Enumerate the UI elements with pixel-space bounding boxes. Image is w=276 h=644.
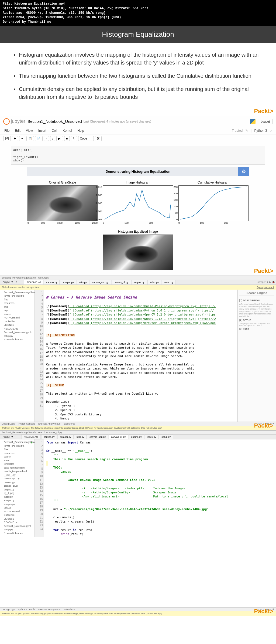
edit-icon[interactable]: ✎ [245, 129, 248, 133]
tree-item[interactable]: scraper.py [1, 503, 33, 506]
bullet-3: Cumulative density can be applied to any… [19, 85, 263, 101]
tab-utils[interactable]: utils.py [77, 280, 89, 284]
tree-item[interactable]: scrape.py [1, 499, 33, 503]
python-editor[interactable]: 123456789101112131415161718192021222324 … [35, 439, 276, 537]
tab-canvas[interactable]: canvas.py [44, 280, 60, 284]
tab-canvas-cli[interactable]: canvas_cli.py [109, 435, 128, 439]
notebook-name[interactable]: Section1_Notebook_Unsolved [27, 119, 82, 124]
python-console-tab[interactable]: Python Console [18, 422, 35, 425]
tree-item[interactable]: utils.py [1, 506, 33, 510]
grayscale-image [27, 185, 98, 221]
tab-canvas[interactable]: canvas.py [41, 435, 57, 439]
tree-item[interactable]: resources [1, 452, 33, 455]
menu-help[interactable]: Help [77, 129, 84, 133]
tree-item[interactable]: LICENSE [1, 517, 33, 521]
menu-cell[interactable]: Cell [52, 129, 57, 133]
code-cell[interactable]: axis('off') tight_layout() show() [11, 146, 265, 165]
tab-index[interactable]: index.py [147, 280, 161, 284]
run-button[interactable]: ▶| [56, 136, 63, 141]
tree-item[interactable]: canvas.py [1, 481, 33, 484]
menu-kernel[interactable]: Kernel [63, 129, 72, 133]
menu-bar: File Edit View Insert Cell Kernel Help T… [0, 127, 276, 134]
tree-item[interactable]: index.py [1, 495, 33, 499]
tree-item[interactable]: resources [1, 301, 33, 305]
save-button[interactable]: 💾 [3, 136, 11, 141]
slide-title: Histogram Equalization [0, 26, 276, 43]
tree-item[interactable]: engine.py [1, 488, 33, 492]
tree-item[interactable]: README.md [1, 327, 33, 331]
tab-canvas-cli[interactable]: canvas_cli.py [112, 280, 131, 284]
tab-index[interactable]: index.py [145, 435, 159, 439]
tree-item[interactable]: .ipynb_checkpoints [1, 294, 33, 298]
tree-item[interactable]: README.md [1, 521, 33, 524]
tree-item[interactable]: base_template.html [1, 466, 33, 470]
tree-item[interactable]: Section1_Notebook.ipynb [1, 524, 33, 528]
tree-item[interactable]: files [1, 298, 33, 302]
tab-canvas-app[interactable]: canvas_app.py [87, 435, 108, 439]
update-bar: Platform and Plugin Updates: The followi… [0, 426, 276, 430]
run-gutter-icon[interactable]: ▶ [31, 440, 33, 445]
tree-item[interactable]: External Libraries [1, 338, 33, 342]
add-cell-button[interactable]: ✚ [12, 136, 18, 141]
tree-item[interactable]: canvas.app.py [1, 477, 33, 481]
tree-item[interactable]: AUTHORS.md [1, 316, 33, 320]
debug-logs-tab[interactable]: Debug Logs [2, 422, 15, 425]
ide-python-view: Section1_ReverseImageSearch › search › c… [0, 430, 276, 616]
tab-engine[interactable]: engine.py [132, 280, 147, 284]
tree-item[interactable]: Section1_ReverseImageSearch [1, 291, 33, 294]
tree-item[interactable]: Dockerfile [1, 320, 33, 324]
tree-item[interactable]: setup.py [1, 334, 33, 338]
tree-item[interactable]: img [1, 305, 33, 309]
tree-item[interactable]: canvas_cli.py [1, 484, 33, 488]
tree-item[interactable]: setup.py [1, 528, 33, 532]
tree-item[interactable]: External Libraries [1, 532, 33, 535]
move-down-button[interactable]: ↓ [50, 136, 56, 141]
tree-item[interactable]: Section1_ReverseImageSearch [1, 440, 33, 444]
tree-item[interactable]: static [1, 459, 33, 463]
project-tree[interactable]: Section1_ReverseImageSearch .ipynb_check… [0, 439, 35, 537]
tab-readme[interactable]: README.md [24, 280, 43, 284]
video-metadata-header: File: Histogram Equalization.mp4 Size: 1… [0, 0, 276, 26]
tree-item[interactable]: search [1, 455, 33, 459]
tree-item[interactable]: fig_1.jpeg [1, 492, 33, 495]
tree-item[interactable]: Section1_Notebook.ipynb [1, 331, 33, 334]
tree-item[interactable]: search [1, 313, 33, 316]
tab-scraper[interactable]: scraper.py [57, 435, 74, 439]
menu-file[interactable]: File [4, 129, 9, 133]
tab-scraper[interactable]: scraper.py [60, 280, 76, 284]
tree-item[interactable]: AUTHORS.md [1, 510, 33, 514]
paste-button[interactable]: 📄 [35, 136, 43, 141]
tree-item[interactable]: Dockerfile [1, 513, 33, 517]
tab-setup[interactable]: setup.py [159, 435, 173, 439]
tab-utils[interactable]: utils.py [74, 435, 87, 439]
specify-account-link[interactable]: Specify account [257, 286, 274, 289]
restart-button[interactable]: ↻ [71, 136, 77, 141]
menu-insert[interactable]: Insert [38, 129, 46, 133]
readme-editor[interactable]: 1234567891011121314151617181920212223242… [35, 290, 237, 422]
tree-collapse-icon[interactable]: ⊖ [15, 281, 18, 283]
tab-setup[interactable]: setup.py [162, 280, 176, 284]
move-up-button[interactable]: ↑ [44, 136, 49, 141]
tab-canvas-app[interactable]: canvas_app.py [90, 280, 111, 284]
menu-view[interactable]: View [26, 129, 33, 133]
tree-item[interactable]: templates [1, 462, 33, 466]
command-palette-button[interactable]: ⌘ [95, 136, 102, 141]
power-icon[interactable]: ⏻ [238, 167, 249, 176]
tree-item[interactable]: __init__.py [1, 473, 33, 477]
tree-item[interactable]: results_template.html [1, 470, 33, 473]
tree-item[interactable]: .ipynb_checkpoints [1, 444, 33, 448]
menu-edit[interactable]: Edit [15, 129, 20, 133]
salesforce-tab[interactable]: Salesforce [64, 422, 75, 425]
project-tree[interactable]: Section1_ReverseImageSearch .ipynb_check… [0, 290, 35, 422]
execute-anon-tab[interactable]: Execute Anonymous [38, 422, 60, 425]
tree-item[interactable]: LICENSE [1, 323, 33, 327]
cell-type-select[interactable]: Code [78, 136, 94, 141]
copy-button[interactable]: 📋 [26, 136, 34, 141]
cut-button[interactable]: ✂ [19, 136, 25, 141]
stop-button[interactable]: ■ [64, 136, 70, 141]
tree-item[interactable]: files [1, 448, 33, 452]
logout-button[interactable]: Logout [258, 119, 273, 124]
tab-engine[interactable]: engine.py [129, 435, 144, 439]
tab-readme[interactable]: README.md [21, 435, 41, 439]
tree-item[interactable]: tmp [1, 309, 33, 313]
